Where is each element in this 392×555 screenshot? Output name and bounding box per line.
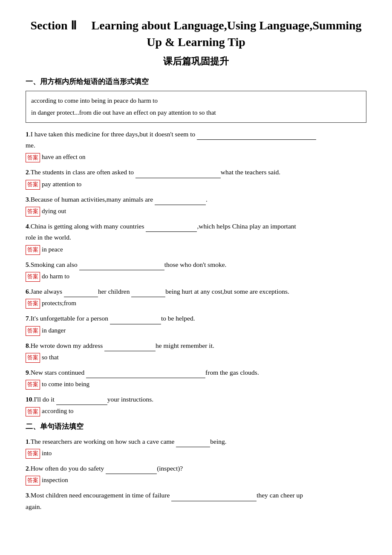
word-box: according to come into being in peace do… [26,91,366,123]
q9-answer-text: to come into being [42,381,89,387]
question-4: 4.China is getting along with many count… [26,221,366,255]
q2-answer-text: pay attention to [42,181,81,188]
s2-q3-number: 3 [26,491,29,499]
question-9-text: 9.New stars continued from the gas cloud… [26,367,366,378]
answer-tag-8: 答案 [26,353,40,363]
q1-continuation: me. [26,140,366,151]
question-4-text: 4.China is getting along with many count… [26,221,366,232]
q7-text-before: .It's unforgettable for a person [29,315,110,322]
q8-text-after: he might remember it. [156,342,214,349]
question-6: 6.Jane always her children being hurt at… [26,286,366,309]
question-6-text: 6.Jane always her children being hurt at… [26,286,366,297]
q9-answer: 答案to come into being [26,379,366,390]
q2-text-after: what the teachers said. [221,168,280,176]
q4-blank [146,224,197,232]
q8-number: 8 [26,342,29,349]
question-7-text: 7.It's unforgettable for a person to be … [26,313,366,324]
q8-blank [104,344,156,351]
q9-number: 9 [26,369,29,376]
q7-number: 7 [26,315,29,322]
q5-text-before: .Smoking can also [29,261,79,268]
answer-tag-10: 答案 [26,407,40,417]
answer-tag-2: 答案 [26,180,40,190]
q4-answer: 答案in peace [26,244,366,255]
q10-blank [56,397,107,405]
q2-blank [135,171,221,178]
s2-q1-answer: 答案into [26,448,366,459]
q3-answer: 答案dying out [26,206,366,217]
question-3-text: 3.Because of human activities,many anima… [26,194,366,205]
s2-q2-number: 2 [26,465,29,472]
question-5-text: 5.Smoking can also those who don't smoke… [26,259,366,270]
q5-blank [79,263,164,270]
chinese-subtitle: 课后篇巩固提升 [26,54,366,69]
title-section: Section Ⅱ Learning about Language,Using … [26,17,366,69]
answer-tag-7: 答案 [26,326,40,336]
answer-tag-9: 答案 [26,380,40,390]
s2-q2-text-after: (inspect)? [157,465,183,472]
q6-text-after: being hurt at any cost,but some are exce… [165,288,289,295]
s2-q2-answer-text: inspection [42,477,68,483]
q7-answer-text: in danger [42,327,66,334]
q3-blank [155,197,206,205]
s2-q2-answer: 答案inspection [26,475,366,486]
s2-q3-text-after: they can cheer up [257,491,303,499]
answer-tag-5: 答案 [26,272,40,282]
question-10-text: 10.I'll do it your instructions. [26,394,366,405]
s2-q1-blank [176,439,210,447]
q3-number: 3 [26,196,29,203]
q4-continuation: role in the world. [26,232,366,243]
q1-blank [197,132,316,140]
q6-answer-text: protects;from [42,300,76,306]
s2-q2-text-before: .How often do you do safety [29,465,106,472]
q4-text-after: ,which helps China play an important [197,223,296,230]
answer-tag-s2-1: 答案 [26,449,40,459]
s2-question-2: 2.How often do you do safety (inspect)? … [26,463,366,486]
answer-tag-4: 答案 [26,245,40,255]
s2-q2-blank [106,466,157,474]
answer-tag-3: 答案 [26,207,40,217]
question-2-text: 2.The students in class are often asked … [26,167,366,178]
s2-q1-text: 1.The researchers are working on how suc… [26,436,366,447]
answer-tag-1: 答案 [26,153,40,163]
q3-text-before: .Because of human activities,many animal… [29,196,155,203]
s2-q1-text-before: .The researchers are working on how such… [29,438,176,445]
q6-text-before: .Jane always [29,288,64,295]
q2-text-before: .The students in class are often asked t… [29,168,135,176]
q3-text-after: . [206,196,208,203]
q7-blank [110,317,161,324]
q10-number: 10 [26,396,32,403]
s2-q1-number: 1 [26,438,29,445]
q3-answer-text: dying out [42,208,66,214]
q4-text-before: .China is getting along with many countr… [29,223,146,230]
q6-text-middle: her children [98,288,131,295]
question-10: 10.I'll do it your instructions. 答案accor… [26,394,366,416]
answer-tag-6: 答案 [26,299,40,309]
s2-question-3: 3.Most children need encouragement in ti… [26,490,366,512]
question-7: 7.It's unforgettable for a person to be … [26,313,366,335]
question-8: 8.He wrote down my address he might reme… [26,340,366,363]
q2-number: 2 [26,168,29,176]
s2-q1-text-after: being. [210,438,226,445]
q8-text-before: .He wrote down my address [29,342,104,349]
question-2: 2.The students in class are often asked … [26,167,366,189]
q6-number: 6 [26,288,29,295]
q1-answer-text: have an effect on [42,153,86,160]
s2-q1-answer-text: into [42,450,52,457]
question-1: 1.I have taken this medicine for three d… [26,129,366,163]
q8-answer: 答案so that [26,352,366,363]
s2-q3-text: 3.Most children need encouragement in ti… [26,490,366,501]
q5-answer-text: do harm to [42,273,69,280]
question-3: 3.Because of human activities,many anima… [26,194,366,217]
q2-answer: 答案pay attention to [26,179,366,190]
s2-q2-text: 2.How often do you do safety (inspect)? [26,463,366,474]
question-1-text: 1.I have taken this medicine for three d… [26,129,366,140]
q4-number: 4 [26,223,29,230]
q9-text-before: .New stars continued [29,369,86,376]
s2-q3-blank [171,494,257,501]
section1-heading: 一、用方框内所给短语的适当形式填空 [26,76,366,87]
q5-number: 5 [26,261,29,268]
q9-text-after: from the gas clouds. [205,369,259,376]
q10-answer-text: according to [42,408,74,414]
main-title: Section Ⅱ Learning about Language,Using … [26,17,366,50]
